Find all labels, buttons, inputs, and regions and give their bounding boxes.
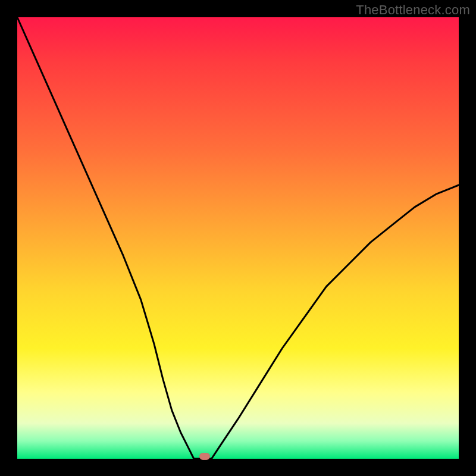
- bottleneck-curve: [17, 17, 459, 459]
- chart-frame: TheBottleneck.com: [0, 0, 476, 476]
- optimal-point-marker: [199, 453, 210, 460]
- watermark-text: TheBottleneck.com: [356, 2, 470, 18]
